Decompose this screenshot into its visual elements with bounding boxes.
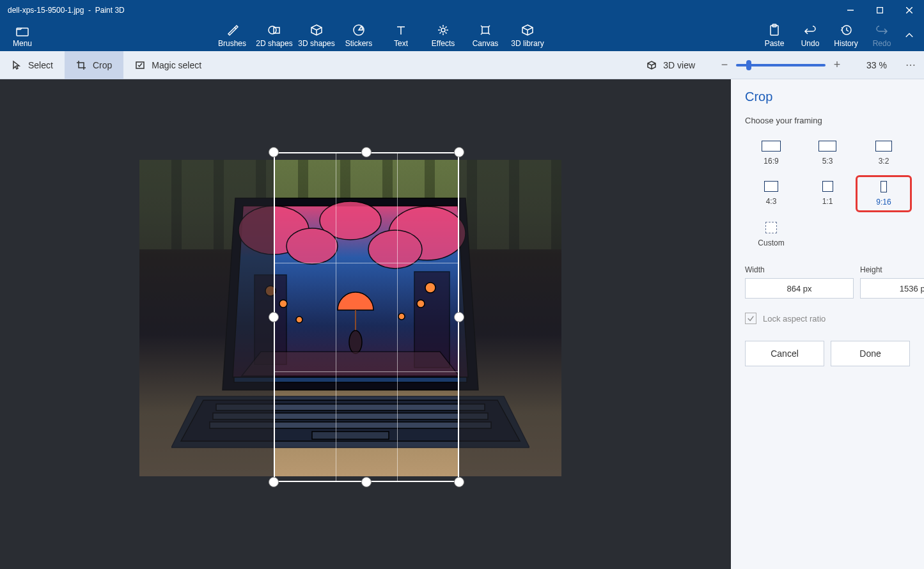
crop-thirds-grid [275, 153, 458, 481]
crop-handle-sw[interactable] [269, 477, 279, 487]
crop-handle-ne[interactable] [454, 147, 464, 157]
magic-select-button[interactable]: Magic select [123, 51, 213, 79]
shape2d-icon [268, 24, 281, 36]
title-text: dell-xps-15-9500-1.jpg - Paint 3D [8, 6, 836, 15]
panel-subhead: Choose your framing [745, 116, 910, 125]
toolbar: Select Crop Magic select 3D view − + 33 … [0, 51, 924, 79]
framing-label: 5:3 [822, 157, 833, 166]
framing-shape-icon [765, 222, 777, 233]
effects-icon [437, 24, 450, 36]
stickers-tool[interactable]: Stickers [338, 24, 380, 48]
width-label: Width [745, 265, 854, 274]
brushes-tool[interactable]: Brushes [211, 24, 253, 48]
framing-label: 3:2 [879, 157, 889, 166]
ribbon: Menu Brushes 2D shapes 3D shapes Sticker… [0, 20, 924, 51]
framing-4-3[interactable]: 4:3 [745, 177, 797, 210]
framing-shape-icon [822, 181, 833, 192]
window-controls [836, 0, 924, 20]
svg-rect-1 [877, 8, 883, 13]
framing-shape-icon [818, 141, 836, 152]
panel-title: Crop [745, 90, 910, 104]
collapse-ribbon-button[interactable] [900, 26, 919, 45]
ribbon-tools: Brushes 2D shapes 3D shapes Stickers Tex… [211, 24, 549, 48]
maximize-button[interactable] [865, 0, 895, 20]
view3d-icon [646, 60, 657, 70]
minimize-button[interactable] [836, 0, 865, 20]
menu-label: Menu [13, 39, 32, 48]
height-label: Height [860, 265, 924, 274]
framing-1-1[interactable]: 1:1 [801, 177, 854, 210]
effects-tool[interactable]: Effects [422, 24, 464, 48]
lock-aspect-label: Lock aspect ratio [763, 314, 826, 323]
library-icon [521, 24, 534, 36]
svg-point-8 [441, 28, 445, 32]
framing-3-2[interactable]: 3:2 [857, 137, 910, 169]
done-button[interactable]: Done [831, 341, 910, 366]
panel-buttons: Cancel Done [745, 341, 910, 366]
library3d-tool[interactable]: 3D library [506, 24, 549, 48]
crop-handle-e[interactable] [454, 312, 464, 322]
titlebar: dell-xps-15-9500-1.jpg - Paint 3D [0, 0, 924, 20]
crop-handle-s[interactable] [361, 477, 372, 487]
paste-icon [768, 24, 781, 36]
crop-handle-w[interactable] [269, 312, 279, 322]
history-button[interactable]: History [828, 24, 864, 48]
framing-label: 9:16 [876, 198, 891, 207]
height-input[interactable] [860, 278, 924, 299]
undo-icon [804, 24, 817, 36]
brush-icon [226, 24, 239, 36]
shapes3d-tool[interactable]: 3D shapes [295, 24, 338, 48]
framing-custom[interactable]: Custom [745, 218, 797, 251]
redo-button: Redo [864, 24, 900, 48]
framing-label: 4:3 [766, 197, 777, 206]
folder-icon [16, 25, 29, 38]
framing-grid: 16:95:33:24:31:19:16Custom [745, 137, 910, 251]
file-name: dell-xps-15-9500-1.jpg [8, 6, 84, 15]
framing-shape-icon [762, 141, 781, 152]
undo-button[interactable]: Undo [792, 24, 828, 48]
workarea: Crop Choose your framing 16:95:33:24:31:… [0, 79, 924, 569]
history-icon [840, 24, 852, 36]
crop-frame[interactable] [274, 152, 459, 482]
lock-aspect-row[interactable]: Lock aspect ratio [745, 313, 910, 324]
ribbon-right: Paste Undo History Redo [756, 24, 919, 48]
framing-label: Custom [758, 238, 784, 247]
framing-shape-icon [875, 141, 892, 152]
paste-button[interactable]: Paste [756, 24, 792, 48]
zoom-in-button[interactable]: + [826, 54, 849, 77]
crop-handle-nw[interactable] [269, 147, 279, 157]
cursor-icon [12, 60, 22, 70]
view3d-button[interactable]: 3D view [635, 60, 707, 70]
canvas-tool[interactable]: Canvas [464, 24, 506, 48]
close-button[interactable] [895, 0, 924, 20]
width-input[interactable] [745, 278, 854, 299]
svg-rect-9 [482, 27, 489, 33]
cancel-button[interactable]: Cancel [745, 341, 824, 366]
framing-label: 1:1 [822, 197, 833, 206]
crop-icon [76, 60, 86, 70]
shapes2d-tool[interactable]: 2D shapes [253, 24, 295, 48]
crop-tool-button[interactable]: Crop [65, 51, 123, 79]
menu-button[interactable]: Menu [0, 24, 45, 48]
framing-shape-icon [881, 181, 887, 192]
framing-shape-icon [764, 181, 778, 192]
magic-select-icon [135, 60, 145, 70]
dimensions-row: Width Height [745, 265, 910, 299]
crop-sidepanel: Crop Choose your framing 16:95:33:24:31:… [731, 79, 924, 569]
text-icon [395, 24, 407, 36]
lock-aspect-checkbox[interactable] [745, 313, 756, 324]
crop-handle-n[interactable] [361, 147, 372, 157]
framing-9-16[interactable]: 9:16 [857, 177, 910, 210]
crop-handle-se[interactable] [454, 477, 464, 487]
canvas-area[interactable] [0, 79, 731, 569]
zoom-out-button[interactable]: − [713, 54, 736, 77]
redo-icon [875, 24, 888, 36]
more-button[interactable]: ⋯ [898, 52, 924, 78]
stickers-icon [352, 24, 365, 36]
select-tool-button[interactable]: Select [0, 51, 65, 79]
text-tool[interactable]: Text [380, 24, 422, 48]
framing-5-3[interactable]: 5:3 [801, 137, 854, 169]
zoom-value[interactable]: 33 % [855, 60, 898, 70]
zoom-slider[interactable] [736, 64, 826, 66]
framing-16-9[interactable]: 16:9 [745, 137, 797, 169]
